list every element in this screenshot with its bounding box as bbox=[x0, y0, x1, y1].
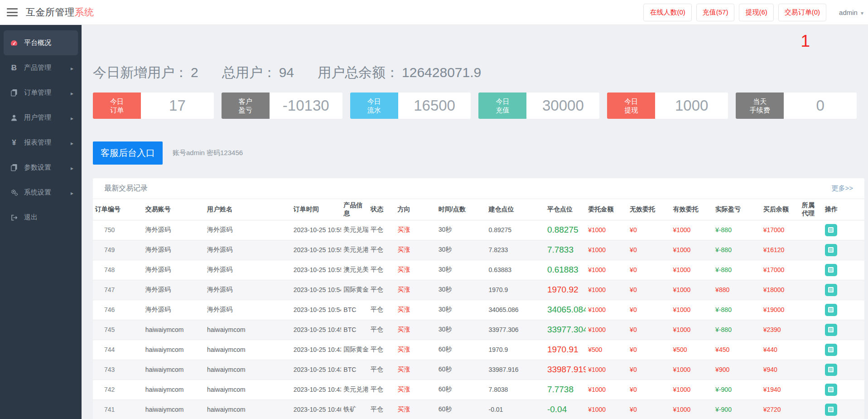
header-button-online-users[interactable]: 在线人数(0) bbox=[643, 4, 691, 21]
cell-invalid-amount: ¥0 bbox=[627, 220, 670, 240]
sidebar: 平台概况 Ƀ 产品管理 订单管理 用户管理 ¥ 报表管理 参数设置 bbox=[0, 25, 82, 419]
more-link[interactable]: 更多>> bbox=[831, 184, 853, 193]
sidebar-item-platform-overview[interactable]: 平台概况 bbox=[4, 30, 78, 55]
stat-box-value: 17 bbox=[141, 93, 214, 119]
menu-toggle-icon[interactable] bbox=[7, 8, 18, 16]
sidebar-item-report-mgmt[interactable]: ¥ 报表管理 bbox=[4, 130, 78, 155]
table-row: 749 海外源码 海外源码 2023-10-25 10:55:20 美元兑港元 … bbox=[93, 240, 864, 260]
cell-profit: ¥-880 bbox=[713, 260, 761, 280]
cell-valid-amount: ¥1000 bbox=[670, 360, 713, 380]
cell-order-time: 2023-10-25 10:55:07 bbox=[291, 260, 342, 280]
cell-profit: ¥-880 bbox=[713, 320, 761, 340]
cell-amount: ¥1000 bbox=[586, 400, 627, 419]
cell-duration: 60秒 bbox=[436, 400, 487, 419]
header-button-trade-orders[interactable]: 交易订单(0) bbox=[778, 4, 826, 21]
cell-status: 平仓 bbox=[368, 260, 395, 280]
cell-profit: ¥450 bbox=[713, 340, 761, 360]
customer-service-button[interactable]: 客服后台入口 bbox=[93, 141, 163, 165]
table-row: 750 海外源码 海外源码 2023-10-25 10:55:33 美元兑瑞郎 … bbox=[93, 220, 864, 240]
view-order-button[interactable] bbox=[825, 224, 837, 236]
stat-box-value: 16500 bbox=[398, 93, 471, 119]
cell-account: 海外源码 bbox=[143, 240, 205, 260]
cell-product: 国际黄金 bbox=[341, 340, 368, 360]
cell-balance: ¥1940 bbox=[761, 380, 800, 400]
view-order-button[interactable] bbox=[825, 324, 837, 336]
cell-order-time: 2023-10-25 10:54:46 bbox=[291, 300, 342, 320]
view-order-button[interactable] bbox=[825, 244, 837, 256]
sidebar-item-label: 退出 bbox=[24, 213, 73, 222]
sidebar-item-order-mgmt[interactable]: 订单管理 bbox=[4, 80, 78, 105]
cell-agent bbox=[800, 220, 823, 240]
view-order-button[interactable] bbox=[825, 344, 837, 356]
chevron-right-icon bbox=[71, 64, 73, 72]
cell-duration: 60秒 bbox=[436, 380, 487, 400]
cell-order-id: 743 bbox=[93, 360, 143, 380]
cell-close-price: 34065.084 bbox=[545, 300, 586, 320]
cell-status: 平仓 bbox=[368, 360, 395, 380]
header-button-withdraw[interactable]: 提现(6) bbox=[739, 4, 773, 21]
summary-stat: 今日新增用户：2 bbox=[93, 63, 198, 82]
trades-table: 订单编号交易账号用户姓名订单时间产品信息状态方向时间/点数建仓点位平仓点位委托金… bbox=[93, 199, 864, 419]
stat-box-today-fee: 当天 手续费 0 bbox=[736, 93, 857, 119]
cell-amount: ¥1000 bbox=[586, 280, 627, 300]
view-order-button[interactable] bbox=[825, 284, 837, 296]
cell-open-price: 0.63883 bbox=[486, 260, 545, 280]
cell-agent bbox=[800, 320, 823, 340]
cell-balance: ¥17000 bbox=[761, 220, 800, 240]
chevron-right-icon bbox=[71, 189, 73, 196]
column-header: 买后余额 bbox=[761, 199, 800, 220]
cell-product: 铁矿 bbox=[341, 400, 368, 419]
view-order-button[interactable] bbox=[825, 384, 837, 396]
sidebar-item-param-settings[interactable]: 参数设置 bbox=[4, 155, 78, 180]
cell-direction: 买涨 bbox=[395, 300, 436, 320]
header-quick-stats: 在线人数(0) 充值(57) 提现(6) 交易订单(0) bbox=[643, 4, 826, 21]
cell-invalid-amount: ¥0 bbox=[627, 240, 670, 260]
cell-order-time: 2023-10-25 10:43:37 bbox=[291, 360, 342, 380]
cell-order-time: 2023-10-25 10:43:27 bbox=[291, 380, 342, 400]
panel-header: 最新交易记录 更多>> bbox=[93, 178, 864, 199]
logout-icon bbox=[8, 214, 20, 221]
cell-product: 美元兑港元 bbox=[341, 240, 368, 260]
view-order-button[interactable] bbox=[825, 364, 837, 376]
cell-username: haiwaiymcom bbox=[205, 400, 291, 419]
view-order-button[interactable] bbox=[825, 304, 837, 316]
cell-direction: 买涨 bbox=[395, 280, 436, 300]
column-header: 操作 bbox=[823, 199, 864, 220]
cell-order-id: 748 bbox=[93, 260, 143, 280]
cell-order-time: 2023-10-25 10:40:47 bbox=[291, 400, 342, 419]
chevron-right-icon bbox=[71, 139, 73, 146]
cell-account: 海外源码 bbox=[143, 300, 205, 320]
view-order-button[interactable] bbox=[825, 264, 837, 276]
stat-box-label: 今日 流水 bbox=[350, 93, 398, 119]
sidebar-item-system-settings[interactable]: 系统设置 bbox=[4, 180, 78, 205]
chevron-right-icon bbox=[71, 114, 73, 122]
cell-balance: ¥440 bbox=[761, 340, 800, 360]
cell-agent bbox=[800, 400, 823, 419]
table-row: 747 海外源码 海外源码 2023-10-25 10:54:56 国际黄金 平… bbox=[93, 280, 864, 300]
cell-invalid-amount: ¥0 bbox=[627, 400, 670, 419]
cell-profit: ¥900 bbox=[713, 360, 761, 380]
stat-box-value: 0 bbox=[784, 93, 857, 119]
view-order-button[interactable] bbox=[825, 404, 837, 416]
sidebar-item-logout[interactable]: 退出 bbox=[4, 205, 78, 230]
cell-close-price: 33987.919 bbox=[545, 360, 586, 380]
cell-open-price: 1970.9 bbox=[486, 280, 545, 300]
cell-username: 海外源码 bbox=[205, 240, 291, 260]
sidebar-item-user-mgmt[interactable]: 用户管理 bbox=[4, 105, 78, 130]
cell-order-time: 2023-10-25 10:43:57 bbox=[291, 340, 342, 360]
cell-username: 海外源码 bbox=[205, 220, 291, 240]
header-button-recharge[interactable]: 充值(57) bbox=[696, 4, 735, 21]
order-detail-icon bbox=[828, 247, 834, 253]
cell-valid-amount: ¥1000 bbox=[670, 280, 713, 300]
cell-username: haiwaiymcom bbox=[205, 360, 291, 380]
cell-account: haiwaiymcom bbox=[143, 340, 205, 360]
admin-menu[interactable]: admin bbox=[834, 5, 868, 20]
cell-order-id: 745 bbox=[93, 320, 143, 340]
cell-account: 海外源码 bbox=[143, 260, 205, 280]
cell-status: 平仓 bbox=[368, 380, 395, 400]
cell-account: 海外源码 bbox=[143, 280, 205, 300]
sidebar-item-product-mgmt[interactable]: Ƀ 产品管理 bbox=[4, 55, 78, 80]
cell-order-id: 747 bbox=[93, 280, 143, 300]
cell-direction: 买涨 bbox=[395, 380, 436, 400]
cell-profit: ¥-880 bbox=[713, 220, 761, 240]
